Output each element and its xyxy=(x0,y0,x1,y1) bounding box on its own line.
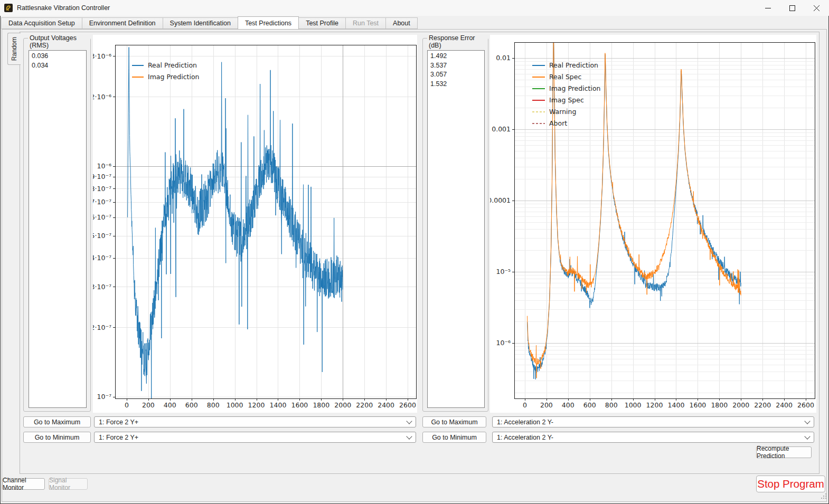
svg-text:1200: 1200 xyxy=(646,401,663,409)
tab-random[interactable]: Random xyxy=(7,33,21,65)
close-button-icon[interactable] xyxy=(804,0,828,16)
svg-text:2400: 2400 xyxy=(378,401,394,409)
svg-text:7·10⁻⁷: 7·10⁻⁷ xyxy=(93,198,111,206)
svg-text:2200: 2200 xyxy=(754,401,771,409)
list-item[interactable]: 3.537 xyxy=(428,61,484,71)
response-channel-combo-2[interactable]: 1: Acceleration 2 Y- xyxy=(492,432,814,443)
output-voltages-group: Output Voltages (RMS) 0.0360.034 xyxy=(23,38,91,412)
drive-channel-combo-1-value: 1: Force 2 Y+ xyxy=(99,419,138,426)
svg-text:5·10⁻⁷: 5·10⁻⁷ xyxy=(93,232,111,240)
svg-text:2200: 2200 xyxy=(356,401,373,409)
svg-text:1400: 1400 xyxy=(270,401,287,409)
voltage-go-to-maximum-button[interactable]: Go to Maximum xyxy=(23,416,91,427)
svg-text:1000: 1000 xyxy=(227,401,243,409)
tab-run-test: Run Test xyxy=(345,17,386,29)
svg-text:Abort: Abort xyxy=(549,119,567,127)
output-voltages-group-title: Output Voltages (RMS) xyxy=(28,34,90,49)
svg-text:1400: 1400 xyxy=(668,401,685,409)
response-error-list[interactable]: 1.4923.5373.0571.532 xyxy=(427,50,485,408)
minimize-button-icon[interactable] xyxy=(756,0,780,16)
error-go-to-maximum-button[interactable]: Go to Maximum xyxy=(422,416,486,427)
svg-text:10⁻⁶: 10⁻⁶ xyxy=(97,162,111,170)
svg-text:9·10⁻⁷: 9·10⁻⁷ xyxy=(93,173,111,180)
svg-text:400: 400 xyxy=(164,401,176,409)
svg-text:0: 0 xyxy=(523,401,527,409)
chevron-down-icon xyxy=(804,433,810,439)
svg-text:Imag Prediction: Imag Prediction xyxy=(549,84,601,92)
recompute-prediction-button[interactable]: Recompute Prediction xyxy=(756,446,812,458)
svg-text:400: 400 xyxy=(562,401,574,409)
main-tab-bar: Data Acquisition SetupEnvironment Defini… xyxy=(1,16,417,29)
output-voltages-list[interactable]: 0.0360.034 xyxy=(29,50,87,408)
resize-grip[interactable] xyxy=(821,492,827,501)
error-go-to-minimum-button[interactable]: Go to Minimum xyxy=(422,432,486,443)
tab-random-label: Random xyxy=(11,37,18,61)
response-channel-combo-1-value: 1: Acceleration 2 Y- xyxy=(497,419,553,426)
svg-text:2000: 2000 xyxy=(732,401,749,409)
svg-text:Imag Spec: Imag Spec xyxy=(549,96,584,104)
tab-system-identification[interactable]: System Identification xyxy=(163,17,238,29)
titlebar: Rattlesnake Vibration Controller xyxy=(0,0,829,16)
stop-program-button[interactable]: Stop Program xyxy=(756,476,825,492)
svg-text:1200: 1200 xyxy=(248,401,265,409)
drive-channel-combo-2[interactable]: 1: Force 2 Y+ xyxy=(94,432,416,443)
svg-text:1600: 1600 xyxy=(291,401,308,409)
svg-text:1000: 1000 xyxy=(625,401,642,409)
chevron-down-icon xyxy=(406,418,412,424)
svg-text:6·10⁻⁷: 6·10⁻⁷ xyxy=(93,213,111,221)
list-item[interactable]: 1.532 xyxy=(428,80,484,89)
svg-text:0.01: 0.01 xyxy=(496,54,511,62)
tab-about[interactable]: About xyxy=(385,17,418,29)
response-channel-combo-1[interactable]: 1: Acceleration 2 Y- xyxy=(492,416,814,427)
svg-text:800: 800 xyxy=(207,401,220,409)
maximize-button-icon[interactable] xyxy=(780,0,804,16)
voltage-go-to-minimum-button[interactable]: Go to Minimum xyxy=(23,432,91,443)
response-error-group: Response Error (dB) 1.4923.5373.0571.532 xyxy=(422,38,488,412)
tab-data-acquisition-setup[interactable]: Data Acquisition Setup xyxy=(1,17,82,29)
response-plot: 0200400600800100012001400160018002000220… xyxy=(490,35,816,413)
svg-text:1800: 1800 xyxy=(711,401,728,409)
svg-text:800: 800 xyxy=(605,401,618,409)
svg-text:2·10⁻⁶: 2·10⁻⁶ xyxy=(93,93,111,101)
list-item[interactable]: 0.034 xyxy=(29,61,86,71)
tab-test-profile[interactable]: Test Profile xyxy=(298,17,346,29)
output-voltage-plot: 0200400600800100012001400160018002000220… xyxy=(93,35,417,413)
svg-text:200: 200 xyxy=(540,401,553,409)
svg-text:2600: 2600 xyxy=(797,401,814,409)
svg-text:200: 200 xyxy=(142,401,155,409)
app-icon xyxy=(4,4,13,12)
svg-text:3·10⁻⁷: 3·10⁻⁷ xyxy=(93,283,111,291)
list-item[interactable]: 0.036 xyxy=(29,52,86,61)
list-item[interactable]: 1.492 xyxy=(428,52,484,61)
svg-text:2400: 2400 xyxy=(776,401,793,409)
window-title: Rattlesnake Vibration Controller xyxy=(17,0,110,16)
svg-text:0.001: 0.001 xyxy=(492,125,511,133)
svg-text:8·10⁻⁷: 8·10⁻⁷ xyxy=(93,185,111,193)
svg-text:0.0001: 0.0001 xyxy=(490,196,511,204)
svg-text:3·10⁻⁶: 3·10⁻⁶ xyxy=(93,52,111,60)
channel-monitor-button[interactable]: Channel Monitor xyxy=(2,478,45,490)
svg-text:10⁻⁶: 10⁻⁶ xyxy=(496,339,511,347)
svg-text:10⁻⁷: 10⁻⁷ xyxy=(97,393,111,401)
svg-text:2000: 2000 xyxy=(334,401,351,409)
response-channel-combo-2-value: 1: Acceleration 2 Y- xyxy=(497,434,553,441)
svg-text:600: 600 xyxy=(583,401,596,409)
tab-environment-definition[interactable]: Environment Definition xyxy=(82,17,163,29)
svg-text:Real Prediction: Real Prediction xyxy=(148,61,197,69)
svg-text:Real Prediction: Real Prediction xyxy=(549,61,598,69)
svg-text:1600: 1600 xyxy=(689,401,706,409)
tab-test-predictions[interactable]: Test Predictions xyxy=(238,16,299,30)
response-error-group-title: Response Error (dB) xyxy=(427,34,488,49)
chevron-down-icon xyxy=(406,433,412,439)
svg-text:2·10⁻⁷: 2·10⁻⁷ xyxy=(93,324,111,331)
svg-text:Real Spec: Real Spec xyxy=(549,73,581,81)
list-item[interactable]: 3.057 xyxy=(428,70,484,80)
svg-text:4·10⁻⁷: 4·10⁻⁷ xyxy=(93,254,111,262)
signal-monitor-button: Signal Monitor xyxy=(49,478,88,490)
drive-channel-combo-1[interactable]: 1: Force 2 Y+ xyxy=(94,416,416,427)
chevron-down-icon xyxy=(804,418,810,424)
svg-text:0: 0 xyxy=(125,401,129,409)
svg-text:Imag Prediction: Imag Prediction xyxy=(148,73,200,81)
svg-text:600: 600 xyxy=(185,401,198,409)
svg-text:2600: 2600 xyxy=(399,401,416,409)
